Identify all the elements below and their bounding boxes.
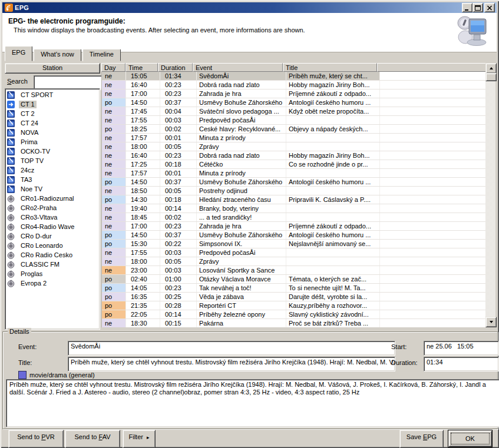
station-list-item[interactable]: CRo2-Praha — [5, 203, 100, 213]
tab-timeline[interactable]: Timeline — [82, 49, 121, 61]
column-header-time[interactable]: Time — [125, 63, 158, 72]
column-header-duration[interactable]: Duration — [158, 63, 193, 72]
station-list-item[interactable]: NOVA — [5, 128, 100, 137]
station-list-item[interactable]: 24cz — [5, 165, 100, 175]
station-list-item[interactable]: CRo3-Vltava — [5, 213, 100, 222]
event-row[interactable]: ne18:4500:02... a ted srandičky! — [102, 213, 486, 222]
station-list-item[interactable]: CT 1 — [5, 99, 100, 109]
title-field[interactable]: Príběh muže, který se chtěl vyhnout tres… — [68, 357, 395, 371]
cell-day: po — [102, 284, 126, 292]
event-row[interactable]: ne16:4000:23Dobrá rada nad zlatoHobby ma… — [102, 151, 486, 160]
scroll-up-button[interactable] — [485, 63, 497, 74]
cell-filler — [380, 72, 486, 80]
event-row[interactable]: ne17:5500:03Predpověd počasÅi — [102, 116, 486, 125]
event-row[interactable]: ne17:5500:03Predpověd počasÅi — [102, 248, 486, 257]
titlebar[interactable]: EPG — [2, 2, 497, 13]
station-list-item[interactable]: TA3 — [5, 175, 100, 184]
event-row[interactable]: po21:3500:28Reportéri CTKauzy,príběhy a … — [102, 301, 486, 310]
table-scrollbar[interactable] — [485, 63, 495, 327]
column-header-day[interactable]: Day — [101, 63, 125, 72]
column-header-title[interactable]: Title — [283, 63, 377, 72]
event-row[interactable]: ne15:0501:34SvědomÅiPríběh muže, který s… — [102, 72, 486, 81]
start-field[interactable]: ne 25.06 15:05 — [424, 341, 499, 356]
send-to-fav-button[interactable]: Send to FAV — [65, 430, 120, 448]
close-button[interactable] — [484, 3, 495, 12]
maximize-button[interactable] — [472, 3, 483, 12]
cell-title: Pripravili K. Cáslavský a P.... — [286, 195, 380, 204]
station-name: OCKO-TV — [19, 148, 52, 155]
duration-field[interactable]: 01:34 — [424, 357, 499, 371]
event-row[interactable]: po16:3500:25Věda je zábavaDarujte déšt, … — [102, 293, 486, 301]
station-list-item[interactable]: CRo4-Radio Wave — [5, 222, 100, 231]
station-list-item[interactable]: Prima — [5, 137, 100, 147]
cell-day: po — [102, 240, 126, 248]
station-list-item[interactable]: CT 2 — [5, 109, 100, 118]
cell-event: Zahrada je hra — [197, 222, 286, 230]
save-epg-button[interactable]: Save EPG — [399, 430, 444, 448]
station-list-item[interactable]: CRo1-Radiozurnal — [5, 194, 100, 203]
station-list-item[interactable]: CLASSIC FM — [5, 260, 100, 269]
event-row[interactable]: ne17:5700:01Minuta z prírody — [102, 134, 486, 142]
event-row[interactable]: po18:2500:02Ceské hlavy: Recyklované...O… — [102, 125, 486, 134]
radio-channel-icon — [7, 270, 15, 278]
event-row[interactable]: ne17:2500:18CétéčkoCo se rozhodně jinde … — [102, 160, 486, 169]
station-list-item[interactable]: CRo Radio Cesko — [5, 250, 100, 260]
ok-button[interactable]: OK — [448, 430, 493, 447]
event-row[interactable]: po14:0500:23Tak neváhej a toč!To si nene… — [102, 284, 486, 293]
cell-title: Príběh muže, který se cht... — [286, 72, 380, 80]
cell-day: ne — [102, 257, 126, 266]
event-row[interactable]: po14:5000:37Usměvy Bohuše ZáhorskéhoAnto… — [102, 231, 486, 240]
cell-duration: 00:37 — [160, 98, 197, 107]
cell-event: Ceské hlavy: Recyklované... — [197, 125, 286, 133]
event-row[interactable]: ne23:0000:03Losování Sportky a Sance — [102, 266, 486, 275]
station-list-item[interactable]: Proglas — [5, 269, 100, 278]
event-row[interactable]: ne17:4500:04Sváteční slovo pedagoga ...K… — [102, 107, 486, 116]
cell-title — [286, 213, 380, 221]
cell-event: Príběhy železné opony — [197, 310, 286, 318]
scrollbar-thumb[interactable] — [485, 73, 497, 81]
station-column-header[interactable]: Station — [5, 63, 100, 74]
event-row[interactable]: ne18:5000:05Postrehy odjinud — [102, 187, 486, 195]
event-row[interactable]: ne17:5700:01Minuta z prírody — [102, 169, 486, 178]
event-row[interactable]: po22:0500:14Príběhy železné oponySlavný … — [102, 310, 486, 319]
event-row[interactable]: po02:4001:00Otázky Václava MoravceTémata… — [102, 275, 486, 284]
scroll-down-button[interactable] — [485, 317, 497, 327]
station-list-item[interactable]: CRo D-dur — [5, 231, 100, 241]
event-row[interactable]: po14:3000:18Hledání ztraceného časuPripr… — [102, 195, 486, 204]
tab-epg[interactable]: EPG — [5, 46, 32, 61]
station-list-item[interactable]: CT 24 — [5, 118, 100, 128]
event-row[interactable]: ne19:4000:14Branky, body, vteriny — [102, 204, 486, 213]
cell-title — [286, 257, 380, 266]
cell-duration: 00:23 — [160, 89, 197, 98]
column-header-event[interactable]: Event — [193, 63, 283, 72]
event-row[interactable]: ne18:0000:05Zprávy — [102, 257, 486, 266]
station-list-item[interactable]: TOP TV — [5, 156, 100, 165]
info-subtitle: This window displays the broadcasting ev… — [14, 26, 491, 34]
cell-event: Losování Sportky a Sance — [197, 266, 286, 274]
event-field[interactable]: SvědomÅi — [68, 341, 395, 356]
station-list-item[interactable]: OCKO-TV — [5, 147, 100, 156]
cell-event: Usměvy Bohuše Záhorského — [197, 98, 286, 107]
station-list-item[interactable]: Evropa 2 — [5, 278, 100, 288]
minimize-button[interactable] — [462, 3, 472, 12]
event-row[interactable]: ne18:3000:15PakárnaProč se bát zítrků? T… — [102, 319, 486, 327]
station-list-item[interactable]: CRo Leonardo — [5, 241, 100, 250]
station-list-item[interactable]: CT SPORT — [5, 90, 100, 99]
cell-title: Antologií českého humoru ... — [286, 231, 380, 239]
event-row[interactable]: po15:3000:22Simpsonovi IX.Nejslavnější a… — [102, 240, 486, 248]
cell-duration: 00:03 — [160, 116, 197, 124]
event-row[interactable]: ne17:0000:23Zahrada je hraPríjemné zákou… — [102, 89, 486, 98]
station-list-item[interactable]: Noe TV — [5, 184, 100, 194]
send-to-pvr-button[interactable]: Send to PVR — [8, 430, 64, 448]
event-row[interactable]: po14:5000:37Usměvy Bohuše ZáhorskéhoAnto… — [102, 178, 486, 187]
event-row[interactable]: ne18:0000:05Zprávy — [102, 142, 486, 151]
event-row[interactable]: ne16:4000:23Dobrá rada nad zlatoHobby ma… — [102, 81, 486, 89]
cell-filler — [380, 240, 486, 248]
event-row[interactable]: ne17:0000:23Zahrada je hraPríjemné zákou… — [102, 222, 486, 231]
filter-button[interactable]: Filter▸ — [123, 430, 156, 448]
tab-whats-now[interactable]: What's now — [34, 49, 81, 61]
cell-event: Dobrá rada nad zlato — [197, 81, 286, 89]
cell-time: 14:05 — [126, 284, 160, 292]
event-row[interactable]: po14:5000:37Usměvy Bohuše ZáhorskéhoAnto… — [102, 98, 486, 107]
description-box[interactable]: Príběh muže, který se chtěl vyhnout tres… — [6, 379, 499, 427]
